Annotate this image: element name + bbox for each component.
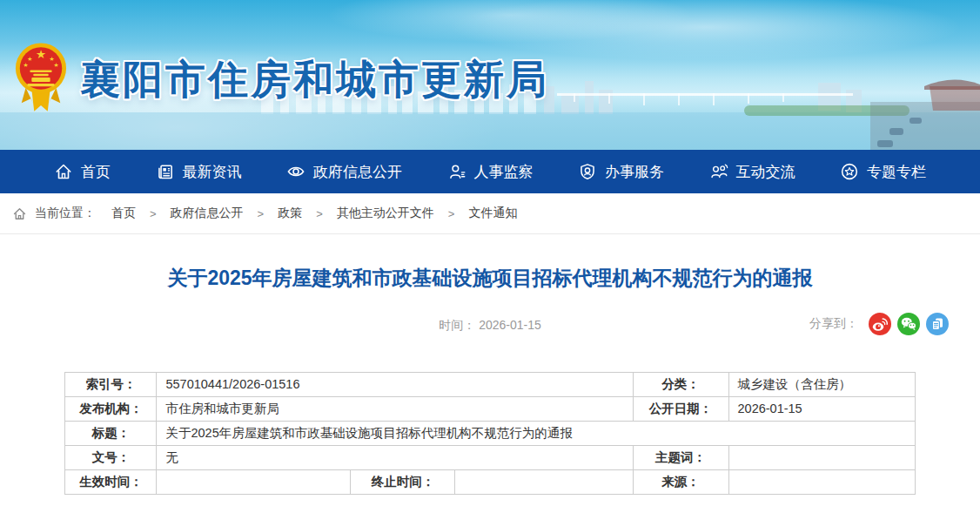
breadcrumb-link-gov-info[interactable]: 政府信息公开	[171, 206, 244, 221]
nav-item-gov-info[interactable]: 政府信息公开	[286, 162, 402, 182]
breadcrumb-link-home[interactable]: 首页	[111, 206, 136, 221]
site-title: 襄阳市住房和城市更新局	[80, 53, 549, 107]
svg-text:★: ★	[50, 56, 55, 62]
document-info-table: 索引号： 557010441/2026-01516 分类： 城乡建设（含住房） …	[64, 372, 915, 495]
nav-item-label: 互动交流	[736, 162, 795, 182]
share-bar: 分享到：	[809, 313, 949, 335]
info-label-keywords: 主题词：	[633, 445, 728, 469]
info-label-effective: 生效时间：	[65, 469, 157, 494]
info-label-docnum: 文号：	[65, 445, 157, 469]
info-value-publisher: 市住房和城市更新局	[157, 396, 633, 421]
info-label-category: 分类：	[633, 372, 728, 396]
breadcrumb-separator: >	[448, 207, 455, 220]
nav-item-personnel[interactable]: 人事监察	[447, 162, 534, 182]
nav-item-home[interactable]: 首页	[54, 162, 111, 182]
info-value-title: 关于2025年房屋建筑和市政基础设施项目招标代理机构不规范行为的通报	[157, 421, 915, 445]
info-value-expiry	[455, 469, 633, 494]
home-icon	[54, 162, 73, 181]
info-label-pubdate: 公开日期：	[633, 396, 728, 421]
table-row: 发布机构： 市住房和城市更新局 公开日期： 2026-01-15	[65, 396, 915, 421]
nav-item-special-columns[interactable]: 专题专栏	[840, 162, 926, 182]
nav-item-label: 首页	[81, 162, 111, 182]
article-meta: 时间： 2026-01-15 分享到：	[0, 313, 980, 337]
info-value-category: 城乡建设（含住房）	[728, 372, 915, 396]
svg-text:★: ★	[23, 62, 29, 68]
nav-item-interaction[interactable]: 互动交流	[709, 162, 795, 182]
info-value-docnum: 无	[157, 445, 633, 469]
nav-item-label: 办事服务	[605, 162, 664, 182]
share-label: 分享到：	[809, 316, 858, 332]
info-value-effective	[157, 469, 351, 494]
main-nav: 首页 最新资讯 政府信息公开 人事监察 办事服务 互动交流 专题专栏	[0, 150, 980, 193]
breadcrumb-link-other-public-docs[interactable]: 其他主动公开文件	[337, 206, 434, 221]
news-icon	[156, 162, 175, 181]
breadcrumb: 当前位置： 首页 > 政府信息公开 > 政策 > 其他主动公开文件 > 文件通知	[0, 193, 980, 234]
svg-text:★: ★	[27, 56, 32, 62]
breadcrumb-separator: >	[316, 207, 323, 220]
info-value-pubdate: 2026-01-15	[728, 396, 915, 421]
time-label: 时间：	[439, 318, 475, 332]
breadcrumb-separator: >	[150, 207, 157, 220]
nav-item-label: 政府信息公开	[313, 162, 402, 182]
table-row: 生效时间： 终止时间： 来源：	[65, 469, 915, 494]
info-label-source: 来源：	[633, 469, 728, 494]
article: 关于2025年房屋建筑和市政基础设施项目招标代理机构不规范行为的通报 时间： 2…	[0, 266, 980, 495]
info-value-index: 557010441/2026-01516	[157, 372, 633, 396]
svg-text:★: ★	[53, 62, 58, 68]
page: ★ ★ ★ ★ ★ 襄阳市住房和城市更新局 首页 最新资讯 政府信息公开	[0, 0, 980, 495]
info-label-index: 索引号：	[65, 372, 157, 396]
breadcrumb-label: 当前位置：	[35, 206, 96, 221]
nav-item-news[interactable]: 最新资讯	[156, 162, 242, 182]
share-wechat-button[interactable]	[897, 313, 920, 335]
site-brand: ★ ★ ★ ★ ★ 襄阳市住房和城市更新局	[14, 40, 549, 120]
info-label-title: 标题：	[65, 421, 157, 445]
info-value-keywords	[728, 445, 915, 469]
share-copy-button[interactable]	[926, 313, 949, 335]
info-label-expiry: 终止时间：	[351, 469, 455, 494]
shield-icon	[578, 162, 597, 181]
nav-item-label: 人事监察	[474, 162, 534, 182]
national-emblem-icon: ★ ★ ★ ★ ★	[14, 40, 68, 120]
svg-text:★: ★	[36, 48, 46, 61]
breadcrumb-separator: >	[258, 207, 265, 220]
info-value-source	[728, 469, 915, 494]
home-icon	[12, 206, 27, 221]
eye-icon	[286, 162, 305, 181]
star-circle-icon	[840, 162, 859, 181]
site-banner: ★ ★ ★ ★ ★ 襄阳市住房和城市更新局	[0, 0, 980, 150]
time-value: 2026-01-15	[479, 318, 541, 332]
nav-item-services[interactable]: 办事服务	[578, 162, 664, 182]
share-weibo-button[interactable]	[869, 313, 891, 335]
nav-item-label: 专题专栏	[867, 162, 926, 182]
nav-item-label: 最新资讯	[183, 162, 242, 182]
chat-people-icon	[709, 162, 728, 181]
table-row: 标题： 关于2025年房屋建筑和市政基础设施项目招标代理机构不规范行为的通报	[65, 421, 915, 445]
wechat-icon	[897, 313, 920, 335]
info-label-publisher: 发布机构：	[65, 396, 157, 421]
article-title: 关于2025年房屋建筑和市政基础设施项目招标代理机构不规范行为的通报	[61, 266, 919, 292]
weibo-icon	[869, 313, 891, 335]
breadcrumb-link-policy[interactable]: 政策	[278, 206, 302, 221]
breadcrumb-link-doc-notice[interactable]: 文件通知	[468, 206, 517, 221]
copy-icon	[926, 313, 949, 335]
person-icon	[447, 162, 467, 181]
table-row: 文号： 无 主题词：	[65, 445, 915, 469]
table-row: 索引号： 557010441/2026-01516 分类： 城乡建设（含住房）	[65, 372, 915, 396]
